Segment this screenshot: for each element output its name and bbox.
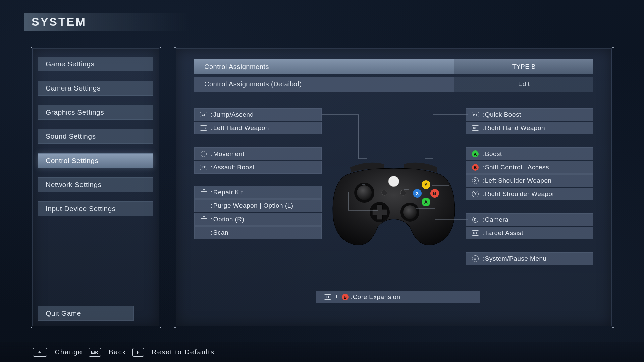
f-key-icon: F [132, 348, 144, 357]
sidebar-item-camera-settings[interactable]: Camera Settings [38, 81, 153, 96]
svg-text:B: B [433, 191, 437, 196]
svg-point-2 [382, 190, 387, 195]
map-label: Option (R) [213, 216, 245, 223]
mapping-area: Y X B A LT:Jump/AscendLB:L [194, 108, 593, 316]
map-right-left-shoulder-weapon: X:Left Shoulder Weapon [466, 174, 593, 187]
map-left-purge-weapon-option-l-: :Purge Weapon | Option (L) [194, 199, 322, 212]
option-value[interactable]: TYPE B [454, 59, 593, 74]
map-label: Right Hand Weapon [485, 124, 545, 132]
dpad-icon [199, 229, 208, 236]
quit-game-button[interactable]: Quit Game [38, 306, 134, 321]
svg-point-5 [357, 185, 372, 200]
top-options: Control AssignmentsTYPE BControl Assignm… [194, 59, 593, 92]
option-row-0[interactable]: Control AssignmentsTYPE B [194, 59, 593, 74]
main-panel: Control AssignmentsTYPE BControl Assignm… [176, 48, 612, 326]
hint-back-label: Back [109, 348, 126, 356]
map-label: Boost [485, 150, 502, 158]
A-icon: A [471, 150, 480, 158]
X-icon: X [471, 177, 480, 184]
map-right-quick-boost: RT:Quick Boost [466, 108, 593, 121]
map-label: Shift Control | Access [485, 164, 549, 171]
sidebar-item-label: Network Settings [46, 181, 102, 189]
map-label: Target Assist [485, 229, 523, 237]
option-label: Control Assignments (Detailed) [194, 77, 454, 92]
map-left-assault-boost: LT:Assault Boost [194, 161, 322, 174]
svg-text:A: A [424, 199, 428, 205]
map-left-jump-ascend: LT:Jump/Ascend [194, 108, 322, 121]
sidebar-item-label: Graphics Settings [46, 108, 104, 116]
hint-reset-label: Reset to Defaults [152, 348, 214, 356]
LB-icon: LB [199, 124, 208, 132]
map-label: Scan [213, 229, 228, 236]
B-icon: B [471, 164, 480, 171]
map-label: Right Shoulder Weapon [485, 190, 556, 198]
sidebar-item-input-device-settings[interactable]: Input Device Settings [38, 201, 153, 216]
map-label: Assault Boost [213, 164, 255, 171]
map-label: System/Pause Menu [485, 255, 547, 262]
map-label: Quick Boost [485, 111, 521, 118]
map-left-left-hand-weapon: LB:Left Hand Weapon [194, 122, 322, 134]
lt-trigger-icon: LT [324, 294, 331, 300]
map-label: Movement [213, 150, 245, 158]
map-left-repair-kit: :Repair Kit [194, 186, 322, 199]
RT-icon: RT [471, 111, 480, 118]
combo-mapping: LT + B : Core Expansion [316, 291, 480, 303]
plus-sign: + [335, 293, 339, 301]
map-left-scan: :Scan [194, 226, 322, 239]
map-left-option-r-: :Option (R) [194, 213, 322, 226]
map-left-movement: L:Movement [194, 147, 322, 160]
hint-change: ↵ :Change [33, 348, 83, 357]
sidebar-item-network-settings[interactable]: Network Settings [38, 177, 153, 192]
map-label: Repair Kit [213, 189, 243, 196]
combo-label: Core Expansion [353, 293, 400, 301]
quit-game-label: Quit Game [46, 309, 81, 317]
sidebar-item-label: Input Device Settings [46, 205, 116, 213]
L-icon: L [199, 150, 208, 158]
option-label: Control Assignments [194, 59, 454, 74]
map-label: Left Hand Weapon [213, 124, 269, 132]
LT-icon: LT [199, 164, 208, 171]
footer-hints: ↵ :Change Esc :Back F :Reset to Defaults [0, 342, 644, 362]
sidebar-menu: Game SettingsCamera SettingsGraphics Set… [38, 57, 153, 216]
map-right-shift-control-access: B:Shift Control | Access [466, 161, 593, 174]
svg-text:Y: Y [424, 182, 428, 187]
sidebar-item-graphics-settings[interactable]: Graphics Settings [38, 105, 153, 120]
≡-icon: ≡ [471, 255, 480, 262]
sidebar-panel: Game SettingsCamera SettingsGraphics Set… [32, 48, 159, 326]
svg-point-3 [400, 190, 406, 195]
map-label: Camera [485, 216, 509, 223]
controller-image: Y X B A [327, 158, 461, 248]
enter-key-icon: ↵ [33, 348, 47, 357]
esc-key-icon: Esc [89, 348, 101, 357]
svg-point-7 [403, 205, 417, 219]
dpad-icon [199, 189, 208, 196]
dpad-icon [199, 216, 208, 223]
sidebar-item-label: Control Settings [46, 157, 98, 165]
sidebar-item-game-settings[interactable]: Game Settings [38, 57, 153, 71]
LT-icon: LT [199, 111, 208, 118]
b-button-icon: B [342, 294, 349, 300]
map-label: Left Shoulder Weapon [485, 177, 552, 184]
RB-icon: RB [471, 124, 480, 132]
Y-icon: Y [471, 190, 480, 198]
sidebar-item-control-settings[interactable]: Control Settings [38, 153, 153, 168]
map-right-boost: A:Boost [466, 147, 593, 160]
option-value[interactable]: Edit [454, 77, 593, 92]
sidebar-item-label: Game Settings [46, 60, 94, 68]
svg-text:X: X [416, 191, 419, 196]
hint-reset: F :Reset to Defaults [132, 348, 215, 357]
sidebar-item-label: Camera Settings [46, 84, 101, 92]
hint-back: Esc :Back [89, 348, 126, 357]
map-right-system-pause-menu: ≡:System/Pause Menu [466, 252, 593, 265]
RT-icon: RT [471, 229, 480, 237]
map-right-right-shoulder-weapon: Y:Right Shoulder Weapon [466, 188, 593, 200]
map-right-target-assist: RT:Target Assist [466, 227, 593, 239]
dpad-icon [199, 202, 208, 209]
option-row-1[interactable]: Control Assignments (Detailed)Edit [194, 77, 593, 92]
R-icon: R [471, 216, 480, 223]
map-right-right-hand-weapon: RB:Right Hand Weapon [466, 122, 593, 134]
hint-change-label: Change [55, 348, 83, 356]
sidebar-item-sound-settings[interactable]: Sound Settings [38, 129, 153, 144]
map-label: Purge Weapon | Option (L) [213, 202, 293, 209]
map-label: Jump/Ascend [213, 111, 254, 118]
